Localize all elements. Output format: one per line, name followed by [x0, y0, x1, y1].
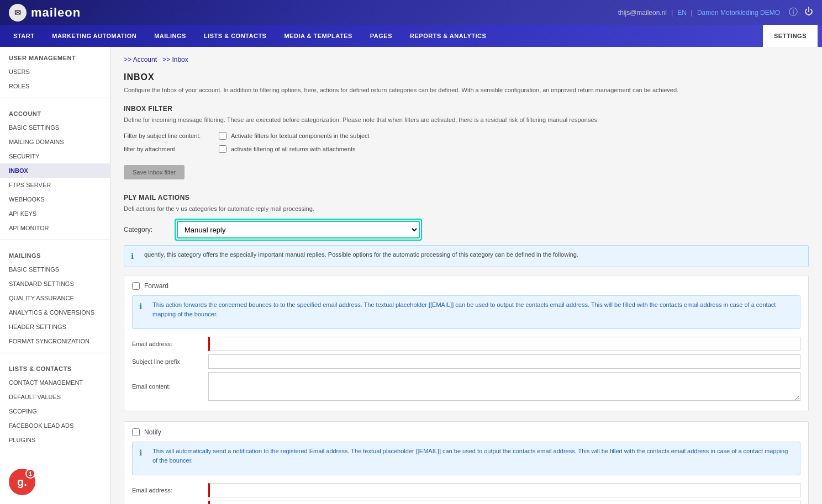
sidebar-item-scoping[interactable]: SCOPING: [0, 404, 110, 418]
sidebar-section-mailings: MAILINGS: [0, 245, 110, 262]
filter-subject-checkbox-row: Activate filters for textual components …: [219, 132, 370, 140]
category-info-text: quently, this category offers the especi…: [144, 250, 578, 259]
notify-email-label: Email address:: [132, 487, 204, 494]
notify-action-desc: This will automatically send a notificat…: [152, 447, 793, 465]
grail-letter: g.: [17, 476, 27, 489]
sidebar-item-contact-management[interactable]: CONTACT MANAGEMENT: [0, 375, 110, 390]
category-label: Category:: [124, 226, 168, 234]
nav-reports-analytics[interactable]: REPORTS & ANALYTICS: [401, 25, 495, 47]
user-name-link[interactable]: Damen Motorkleding DEMO: [697, 9, 780, 17]
sidebar-item-users[interactable]: USERS: [0, 65, 110, 79]
forward-checkbox[interactable]: [132, 282, 140, 290]
top-bar: ✉ maileon thijs@maileon.nl | EN | Damen …: [0, 0, 822, 25]
breadcrumb-account[interactable]: >> Account: [124, 56, 157, 63]
category-select-wrapper: Manual reply Auto reply Bounce Out of of…: [177, 221, 420, 238]
nav-lists-contacts[interactable]: LISTS & CONTACTS: [195, 25, 276, 47]
sidebar: USER MANAGEMENT USERS ROLES ACCOUNT BASI…: [0, 47, 110, 504]
forward-info-box: ℹ This action forwards the concerned bou…: [132, 295, 800, 329]
nav-items: START MARKETING AUTOMATION MAILINGS LIST…: [4, 25, 763, 47]
forward-action-desc: This action forwards the concerned bounc…: [152, 300, 793, 319]
filter-attachment-label: filter by attachment: [124, 146, 212, 152]
forward-content-textarea[interactable]: [208, 372, 800, 401]
page-title: INBOX: [124, 72, 809, 82]
filter-subject-checkbox[interactable]: [219, 132, 226, 140]
sidebar-item-format-syncronization[interactable]: FORMAT SYNCRONIZATION: [0, 334, 110, 348]
grail-badge-count: 1: [25, 469, 35, 479]
info-circle-icon: ℹ: [131, 251, 140, 262]
inbox-filter-title: INBOX FILTER: [124, 105, 809, 113]
logo-text: maileon: [31, 6, 81, 20]
divider-3: [0, 353, 110, 353]
category-info-box: ℹ quently, this category offers the espe…: [124, 245, 809, 267]
sidebar-item-standard-settings[interactable]: STANDARD SETTINGS: [0, 277, 110, 291]
nav-mailings[interactable]: MAILINGS: [145, 25, 195, 47]
filter-subject-label: Filter by subject line content:: [124, 132, 212, 139]
forward-subject-label: Subject line prefix: [132, 358, 204, 365]
maileon-logo-icon: ✉: [9, 4, 27, 22]
sidebar-section-account: ACCOUNT: [0, 103, 110, 120]
forward-action-header: Forward: [132, 282, 800, 290]
notify-email-row: Email address:: [132, 483, 800, 497]
power-icon[interactable]: ⏻: [804, 7, 813, 18]
sidebar-item-quality-assurance[interactable]: QUALITY ASSURANCE: [0, 291, 110, 305]
sidebar-item-header-settings[interactable]: HEADER SETTINGS: [0, 320, 110, 334]
sidebar-item-api-monitor[interactable]: API MONITOR: [0, 221, 110, 235]
forward-action-block: Forward ℹ This action forwards the conce…: [124, 275, 809, 411]
main-content: >> Account >> Inbox INBOX Configure the …: [110, 47, 822, 504]
filter-subject-checkbox-label: Activate filters for textual components …: [231, 132, 370, 139]
sidebar-item-api-keys[interactable]: API KEYS: [0, 206, 110, 221]
notify-action-header: Notify: [132, 428, 800, 436]
nav-pages[interactable]: PAGES: [361, 25, 401, 47]
forward-action-title: Forward: [144, 282, 168, 290]
sidebar-item-mailing-domains[interactable]: MAILING DOMAINS: [0, 135, 110, 149]
sidebar-item-inbox[interactable]: INBOX: [0, 163, 110, 178]
divider-1: [0, 98, 110, 98]
divider-2: [0, 240, 110, 240]
save-inbox-filter-button[interactable]: Save inbox filter: [124, 165, 185, 179]
nav-media-templates[interactable]: MEDIA & TEMPLATES: [275, 25, 361, 47]
logo-area: ✉ maileon: [9, 4, 81, 22]
sidebar-item-ftps-server[interactable]: FTPS SERVER: [0, 178, 110, 192]
filter-attachment-row: filter by attachment activate filtering …: [124, 145, 809, 153]
notify-checkbox[interactable]: [132, 428, 140, 436]
forward-info-icon: ℹ: [139, 301, 148, 312]
filter-attachment-checkbox-label: activate filtering of all returns with a…: [231, 146, 356, 152]
sidebar-item-webhooks[interactable]: WEBHOOKS: [0, 192, 110, 206]
nav-start[interactable]: START: [4, 25, 43, 47]
category-select[interactable]: Manual reply Auto reply Bounce Out of of…: [177, 221, 420, 238]
reply-mail-desc: Defi actions for the v us categories for…: [124, 205, 809, 213]
notify-info-icon: ℹ: [139, 447, 148, 459]
nav-bar: START MARKETING AUTOMATION MAILINGS LIST…: [0, 25, 822, 47]
sidebar-item-default-values[interactable]: DEFAULT VALUES: [0, 390, 110, 404]
forward-content-label: Email content:: [132, 383, 204, 390]
sidebar-item-analytics-conversions[interactable]: ANALYTICS & CONVERSIONS: [0, 305, 110, 320]
forward-content-row: Email content:: [132, 372, 800, 401]
breadcrumb-inbox[interactable]: >> Inbox: [162, 56, 188, 63]
notify-email-input[interactable]: [208, 483, 800, 497]
forward-subject-row: Subject line prefix: [132, 354, 800, 369]
nav-settings[interactable]: SETTINGS: [763, 25, 818, 47]
forward-email-label: Email address:: [132, 341, 204, 347]
grail-notification-badge[interactable]: g. 1: [9, 469, 35, 495]
nav-marketing-automation[interactable]: MARKETING AUTOMATION: [43, 25, 145, 47]
notify-subject-row: Subject line:: [132, 501, 800, 504]
language-link[interactable]: EN: [677, 9, 687, 17]
user-email: thijs@maileon.nl: [618, 9, 667, 17]
sidebar-section-user-management: USER MANAGEMENT: [0, 47, 110, 65]
sidebar-item-basic-settings[interactable]: BASIC SETTINGS: [0, 120, 110, 135]
help-icon[interactable]: ⓘ: [789, 7, 798, 18]
sidebar-item-mailings-basic[interactable]: BASIC SETTINGS: [0, 262, 110, 277]
forward-email-input[interactable]: [208, 337, 800, 351]
notify-action-title: Notify: [144, 428, 161, 436]
sidebar-item-plugins[interactable]: PLUGINS: [0, 433, 110, 447]
forward-subject-input[interactable]: [208, 354, 800, 369]
sidebar-item-facebook-lead-ads[interactable]: FACEBOOK LEAD ADS: [0, 418, 110, 433]
sidebar-item-security[interactable]: SECURITY: [0, 149, 110, 163]
filter-subject-row: Filter by subject line content: Activate…: [124, 132, 809, 140]
sidebar-item-roles[interactable]: ROLES: [0, 79, 110, 93]
category-row: Category: Manual reply: [124, 221, 809, 238]
filter-attachment-checkbox[interactable]: [219, 145, 226, 153]
filter-attachment-checkbox-row: activate filtering of all returns with a…: [219, 145, 356, 153]
notify-subject-input[interactable]: [208, 501, 800, 504]
main-layout: USER MANAGEMENT USERS ROLES ACCOUNT BASI…: [0, 47, 822, 504]
